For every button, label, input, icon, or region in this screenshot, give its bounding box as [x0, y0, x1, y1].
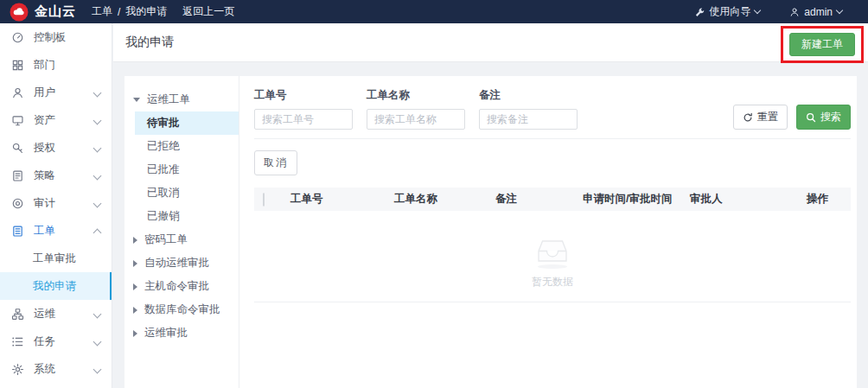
breadcrumb-section[interactable]: 工单 — [92, 4, 112, 19]
brand-logo[interactable]: 金山云 — [0, 3, 76, 22]
tree-leaf-rejected[interactable]: 已拒绝 — [135, 135, 239, 158]
sidebar-subitem-label: 工单审批 — [33, 251, 76, 266]
sidebar-item-operations[interactable]: 运维 — [0, 300, 112, 328]
filter-bar: 工单号 工单名称 备注 重置 — [254, 88, 851, 130]
topbar-right: 使用向导 admin — [694, 4, 868, 19]
sidebar-item-dashboard[interactable]: 控制板 — [0, 23, 112, 51]
triangle-right-icon — [133, 237, 137, 244]
tree-node-ops-tickets[interactable]: 运维工单 — [124, 88, 239, 111]
ticket-type-tree: 运维工单 待审批 已拒绝 已批准 已取消 已撤销 密码工单 自动运维审批 主机命… — [124, 76, 239, 388]
sidebar-subitem-my-applications[interactable]: 我的申请 — [0, 272, 112, 300]
sidebar-item-policies[interactable]: 策略 — [0, 162, 112, 189]
guide-label: 使用向导 — [709, 4, 750, 19]
tree-node-ops-approval[interactable]: 运维审批 — [124, 321, 239, 345]
chevron-down-icon — [93, 143, 102, 152]
user-menu[interactable]: admin — [789, 6, 842, 18]
new-ticket-button[interactable]: 新建工单 — [789, 33, 855, 56]
tree-node-label: 自动运维审批 — [144, 256, 209, 270]
key-icon — [11, 142, 24, 155]
field-label: 工单号 — [254, 88, 353, 103]
sidebar-item-users[interactable]: 用户 — [0, 79, 112, 106]
sidebar-item-label: 运维 — [34, 307, 55, 321]
filter-field-ticket-name: 工单名称 — [367, 88, 465, 130]
breadcrumb-separator: / — [118, 6, 120, 18]
triangle-right-icon — [133, 307, 137, 314]
brand-name: 金山云 — [35, 3, 76, 20]
reset-button[interactable]: 重置 — [733, 105, 788, 130]
field-label: 工单名称 — [367, 88, 465, 103]
tree-leaf-approved[interactable]: 已批准 — [135, 158, 239, 181]
sidebar-item-label: 审计 — [34, 196, 55, 211]
sidebar-item-label: 控制板 — [34, 30, 67, 45]
page-title: 我的申请 — [125, 23, 174, 61]
gear-icon — [11, 363, 24, 376]
guide-menu[interactable]: 使用向导 — [694, 4, 760, 19]
topbar: 金山云 工单 / 我的申请 返回上一页 使用向导 admin — [0, 0, 868, 23]
tree-node-password-tickets[interactable]: 密码工单 — [124, 228, 239, 251]
filter-field-ticket-id: 工单号 — [254, 88, 353, 130]
tree-leaf-cancelled[interactable]: 已取消 — [135, 181, 239, 205]
breadcrumb: 工单 / 我的申请 返回上一页 — [92, 4, 234, 19]
tree-leaf-label: 已撤销 — [147, 209, 180, 224]
header-cell-select — [254, 194, 290, 206]
sidebar-item-audit[interactable]: 审计 — [0, 189, 112, 217]
sidebar-item-label: 策略 — [34, 169, 55, 183]
policy-doc-icon — [11, 169, 24, 182]
ticket-list-panel: 工单号 工单名称 备注 重置 — [240, 76, 857, 388]
sidebar-item-departments[interactable]: 部门 — [0, 51, 112, 79]
departments-grid-icon — [11, 59, 24, 72]
red-annotation-box: 新建工单 — [781, 26, 864, 63]
empty-state-text: 暂无数据 — [532, 275, 573, 289]
sidebar-item-label: 系统 — [34, 362, 55, 377]
cloud-logo-icon — [10, 3, 29, 22]
tree-node-label: 密码工单 — [144, 232, 188, 247]
sidebar-item-authorization[interactable]: 授权 — [0, 134, 112, 162]
header-cell: 工单名称 — [394, 192, 495, 207]
username: admin — [804, 6, 833, 18]
select-all-checkbox[interactable] — [263, 193, 265, 207]
tree-leaf-pending[interactable]: 待审批 — [135, 111, 239, 135]
wrench-icon — [694, 7, 705, 17]
ticket-name-input[interactable] — [367, 109, 465, 130]
sidebar-item-label: 任务 — [34, 334, 55, 349]
chevron-down-icon — [93, 365, 102, 373]
tree-node-label: 数据库命令审批 — [144, 302, 220, 317]
triangle-right-icon — [133, 260, 137, 267]
table-header: 工单号 工单名称 备注 申请时间/审批时间 审批人 操作 — [254, 188, 851, 211]
user-icon — [11, 86, 24, 99]
tree-node-auto-ops-approval[interactable]: 自动运维审批 — [124, 251, 239, 275]
sidebar-item-label: 工单 — [34, 224, 55, 239]
tree-leaf-label: 待审批 — [147, 116, 180, 130]
tree-leaf-label: 已取消 — [147, 186, 180, 200]
sidebar-item-label: 授权 — [34, 141, 55, 156]
search-icon — [806, 112, 816, 123]
sidebar-subitem-ticket-approval[interactable]: 工单审批 — [0, 245, 112, 272]
sidebar-item-assets[interactable]: 资产 — [0, 106, 112, 134]
ticket-id-input[interactable] — [254, 109, 353, 130]
sidebar-item-system[interactable]: 系统 — [0, 355, 112, 383]
reset-label: 重置 — [757, 110, 778, 124]
filter-buttons: 重置 搜索 — [733, 105, 851, 130]
search-label: 搜索 — [820, 110, 841, 124]
tree-leaf-revoked[interactable]: 已撤销 — [135, 205, 239, 228]
person-icon — [789, 7, 800, 17]
empty-state: 暂无数据 — [254, 211, 851, 302]
filter-field-note: 备注 — [479, 88, 578, 130]
sidebar-item-tickets[interactable]: 工单 — [0, 217, 112, 245]
header-cell: 备注 — [495, 192, 583, 207]
search-button[interactable]: 搜索 — [796, 105, 851, 130]
content-card: 运维工单 待审批 已拒绝 已批准 已取消 已撤销 密码工单 自动运维审批 主机命… — [124, 76, 857, 388]
header-cell: 工单号 — [290, 192, 394, 207]
cancel-button[interactable]: 取消 — [254, 150, 297, 175]
triangle-right-icon — [133, 330, 137, 337]
note-input[interactable] — [479, 109, 578, 130]
triangle-right-icon — [133, 283, 137, 290]
tree-node-db-command-approval[interactable]: 数据库命令审批 — [124, 298, 239, 321]
tree-node-label: 运维审批 — [144, 326, 188, 340]
chevron-down-icon — [93, 116, 102, 124]
sidebar-subitem-label: 我的申请 — [33, 279, 76, 294]
header-cell: 操作 — [807, 192, 851, 207]
tree-node-host-command-approval[interactable]: 主机命令审批 — [124, 275, 239, 298]
sidebar-item-tasks[interactable]: 任务 — [0, 328, 112, 355]
back-link[interactable]: 返回上一页 — [182, 4, 234, 19]
